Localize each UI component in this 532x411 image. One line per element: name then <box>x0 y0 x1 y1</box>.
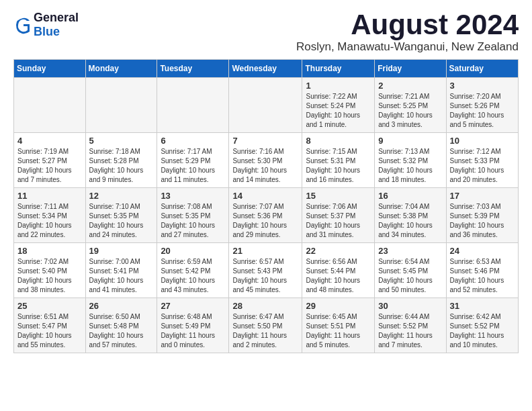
day-number: 20 <box>161 246 225 256</box>
day-number: 13 <box>161 191 225 201</box>
day-info: Sunrise: 6:50 AM Sunset: 5:48 PM Dayligh… <box>89 312 154 350</box>
col-sunday: Sunday <box>14 60 86 78</box>
day-number: 1 <box>306 81 371 91</box>
day-number: 28 <box>232 301 298 311</box>
day-info: Sunrise: 6:44 AM Sunset: 5:52 PM Dayligh… <box>378 312 442 350</box>
calendar-cell <box>85 78 157 133</box>
day-number: 30 <box>378 301 442 311</box>
calendar-cell: 4Sunrise: 7:19 AM Sunset: 5:27 PM Daylig… <box>14 133 86 188</box>
day-info: Sunrise: 7:06 AM Sunset: 5:37 PM Dayligh… <box>306 202 371 240</box>
day-info: Sunrise: 7:13 AM Sunset: 5:32 PM Dayligh… <box>378 147 442 185</box>
day-info: Sunrise: 7:03 AM Sunset: 5:39 PM Dayligh… <box>450 202 515 240</box>
col-friday: Friday <box>375 60 446 78</box>
calendar-cell: 17Sunrise: 7:03 AM Sunset: 5:39 PM Dayli… <box>446 188 518 243</box>
day-info: Sunrise: 6:47 AM Sunset: 5:50 PM Dayligh… <box>232 312 298 350</box>
day-info: Sunrise: 7:00 AM Sunset: 5:41 PM Dayligh… <box>89 257 154 295</box>
calendar-cell: 26Sunrise: 6:50 AM Sunset: 5:48 PM Dayli… <box>85 298 157 353</box>
day-number: 8 <box>306 136 371 146</box>
day-info: Sunrise: 7:16 AM Sunset: 5:30 PM Dayligh… <box>232 147 298 185</box>
day-number: 21 <box>232 246 298 256</box>
page-container: General Blue August 2024 Roslyn, Manawat… <box>0 0 532 364</box>
day-info: Sunrise: 6:48 AM Sunset: 5:49 PM Dayligh… <box>161 312 225 350</box>
day-info: Sunrise: 7:08 AM Sunset: 5:35 PM Dayligh… <box>161 202 225 240</box>
day-info: Sunrise: 7:10 AM Sunset: 5:35 PM Dayligh… <box>89 202 154 240</box>
calendar-week-4: 18Sunrise: 7:02 AM Sunset: 5:40 PM Dayli… <box>14 243 519 298</box>
calendar-week-5: 25Sunrise: 6:51 AM Sunset: 5:47 PM Dayli… <box>14 298 519 353</box>
col-thursday: Thursday <box>302 60 375 78</box>
day-number: 9 <box>378 136 442 146</box>
calendar-cell: 6Sunrise: 7:17 AM Sunset: 5:29 PM Daylig… <box>157 133 229 188</box>
header-row: Sunday Monday Tuesday Wednesday Thursday… <box>14 60 519 78</box>
calendar-cell: 12Sunrise: 7:10 AM Sunset: 5:35 PM Dayli… <box>85 188 157 243</box>
title-section: August 2024 Roslyn, Manawatu-Wanganui, N… <box>296 11 519 54</box>
calendar-cell: 1Sunrise: 7:22 AM Sunset: 5:24 PM Daylig… <box>302 78 375 133</box>
logo-text: General Blue <box>34 11 79 39</box>
calendar-cell: 28Sunrise: 6:47 AM Sunset: 5:50 PM Dayli… <box>229 298 302 353</box>
day-info: Sunrise: 7:20 AM Sunset: 5:26 PM Dayligh… <box>450 92 515 130</box>
calendar-cell: 13Sunrise: 7:08 AM Sunset: 5:35 PM Dayli… <box>157 188 229 243</box>
calendar-header: Sunday Monday Tuesday Wednesday Thursday… <box>14 60 519 78</box>
month-title: August 2024 <box>296 11 519 39</box>
day-number: 3 <box>450 81 515 91</box>
calendar-cell: 5Sunrise: 7:18 AM Sunset: 5:28 PM Daylig… <box>85 133 157 188</box>
day-info: Sunrise: 6:53 AM Sunset: 5:46 PM Dayligh… <box>450 257 515 295</box>
day-info: Sunrise: 7:02 AM Sunset: 5:40 PM Dayligh… <box>17 257 82 295</box>
day-number: 16 <box>378 191 442 201</box>
day-number: 29 <box>306 301 371 311</box>
day-info: Sunrise: 7:18 AM Sunset: 5:28 PM Dayligh… <box>89 147 154 185</box>
header: General Blue August 2024 Roslyn, Manawat… <box>13 11 519 54</box>
day-info: Sunrise: 6:51 AM Sunset: 5:47 PM Dayligh… <box>17 312 82 350</box>
day-info: Sunrise: 7:21 AM Sunset: 5:25 PM Dayligh… <box>378 92 442 130</box>
day-number: 6 <box>161 136 225 146</box>
calendar-cell: 30Sunrise: 6:44 AM Sunset: 5:52 PM Dayli… <box>375 298 446 353</box>
calendar-cell: 11Sunrise: 7:11 AM Sunset: 5:34 PM Dayli… <box>14 188 86 243</box>
day-number: 18 <box>17 246 82 256</box>
calendar-week-3: 11Sunrise: 7:11 AM Sunset: 5:34 PM Dayli… <box>14 188 519 243</box>
col-wednesday: Wednesday <box>229 60 302 78</box>
day-info: Sunrise: 7:04 AM Sunset: 5:38 PM Dayligh… <box>378 202 442 240</box>
day-info: Sunrise: 6:54 AM Sunset: 5:45 PM Dayligh… <box>378 257 442 295</box>
calendar-cell: 8Sunrise: 7:15 AM Sunset: 5:31 PM Daylig… <box>302 133 375 188</box>
calendar-week-2: 4Sunrise: 7:19 AM Sunset: 5:27 PM Daylig… <box>14 133 519 188</box>
logo-icon <box>13 15 32 34</box>
col-saturday: Saturday <box>446 60 518 78</box>
day-info: Sunrise: 7:17 AM Sunset: 5:29 PM Dayligh… <box>161 147 225 185</box>
day-number: 19 <box>89 246 154 256</box>
calendar-cell: 7Sunrise: 7:16 AM Sunset: 5:30 PM Daylig… <box>229 133 302 188</box>
day-info: Sunrise: 7:19 AM Sunset: 5:27 PM Dayligh… <box>17 147 82 185</box>
day-number: 22 <box>306 246 371 256</box>
calendar-cell: 25Sunrise: 6:51 AM Sunset: 5:47 PM Dayli… <box>14 298 86 353</box>
day-info: Sunrise: 6:42 AM Sunset: 5:52 PM Dayligh… <box>450 312 515 350</box>
calendar-cell: 3Sunrise: 7:20 AM Sunset: 5:26 PM Daylig… <box>446 78 518 133</box>
calendar-cell: 22Sunrise: 6:56 AM Sunset: 5:44 PM Dayli… <box>302 243 375 298</box>
col-monday: Monday <box>85 60 157 78</box>
calendar-body: 1Sunrise: 7:22 AM Sunset: 5:24 PM Daylig… <box>14 78 519 353</box>
day-number: 12 <box>89 191 154 201</box>
calendar-cell: 18Sunrise: 7:02 AM Sunset: 5:40 PM Dayli… <box>14 243 86 298</box>
day-info: Sunrise: 7:12 AM Sunset: 5:33 PM Dayligh… <box>450 147 515 185</box>
calendar-cell: 15Sunrise: 7:06 AM Sunset: 5:37 PM Dayli… <box>302 188 375 243</box>
day-info: Sunrise: 6:59 AM Sunset: 5:42 PM Dayligh… <box>161 257 225 295</box>
calendar-cell: 29Sunrise: 6:45 AM Sunset: 5:51 PM Dayli… <box>302 298 375 353</box>
day-number: 7 <box>232 136 298 146</box>
calendar-cell: 23Sunrise: 6:54 AM Sunset: 5:45 PM Dayli… <box>375 243 446 298</box>
calendar-cell: 24Sunrise: 6:53 AM Sunset: 5:46 PM Dayli… <box>446 243 518 298</box>
calendar-cell: 31Sunrise: 6:42 AM Sunset: 5:52 PM Dayli… <box>446 298 518 353</box>
calendar-cell: 20Sunrise: 6:59 AM Sunset: 5:42 PM Dayli… <box>157 243 229 298</box>
logo-blue: Blue <box>34 25 60 38</box>
calendar-cell: 14Sunrise: 7:07 AM Sunset: 5:36 PM Dayli… <box>229 188 302 243</box>
day-number: 2 <box>378 81 442 91</box>
calendar-cell: 9Sunrise: 7:13 AM Sunset: 5:32 PM Daylig… <box>375 133 446 188</box>
day-number: 31 <box>450 301 515 311</box>
logo: General Blue <box>13 11 79 39</box>
day-number: 17 <box>450 191 515 201</box>
calendar-cell: 10Sunrise: 7:12 AM Sunset: 5:33 PM Dayli… <box>446 133 518 188</box>
calendar-cell <box>229 78 302 133</box>
day-info: Sunrise: 6:56 AM Sunset: 5:44 PM Dayligh… <box>306 257 371 295</box>
col-tuesday: Tuesday <box>157 60 229 78</box>
day-number: 25 <box>17 301 82 311</box>
day-number: 24 <box>450 246 515 256</box>
calendar-cell <box>14 78 86 133</box>
logo-general: General <box>34 11 79 24</box>
calendar-cell: 16Sunrise: 7:04 AM Sunset: 5:38 PM Dayli… <box>375 188 446 243</box>
